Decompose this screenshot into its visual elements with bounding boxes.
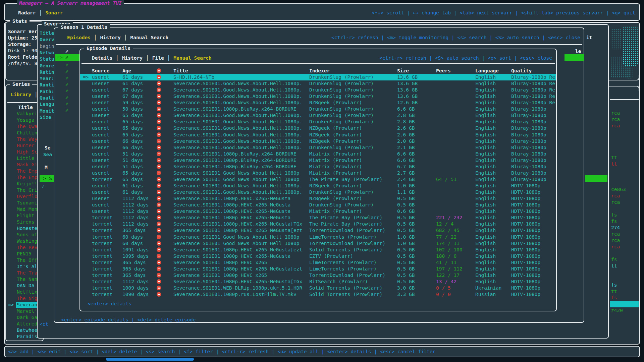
search-result-row[interactable]: torrent1090 daysSeverance.S01E01.1080p.r… [80,291,556,298]
tab-season-history[interactable]: History [100,35,121,40]
search-result-row[interactable]: usenet66 daysSeverance.S01E01.Good.News.… [80,138,556,144]
reject-icon [157,202,161,208]
search-result-row[interactable]: usenet61 daysSeverance.S01E01.Good.News.… [80,80,556,87]
series-item-label: Flight [17,213,34,219]
cell-title: Severance.S01E01.Good.News.About.Hell.10… [173,119,302,125]
search-result-row[interactable]: usenet51 daysSeverance.S01E01.1080p.BluR… [80,157,556,164]
cell-quality: Bluray-1080p Re [511,100,555,106]
selected-season-row-left[interactable]: => S [40,175,56,182]
cell-quality: HDTV-1080p [511,240,540,247]
search-result-row[interactable]: torrent65 daysSeverance S01E01 Good News… [80,176,556,183]
search-result-row[interactable]: usenet1112 daysSeverance.S01E01.1080p.HE… [80,208,556,215]
cell-age: 1112 days [122,195,149,202]
tab-radarr[interactable]: Radarr [18,10,36,15]
cell-title: Severance S01E01 1080p HEVC x265-MeGusta [173,253,290,259]
tab-episodes[interactable]: Episodes [67,35,91,40]
search-result-row[interactable]: =>usenet61 daysS-HD.H.264-NTbDrunkenSlug… [80,74,556,80]
cell-quality: HDTV-1080p [511,215,540,221]
cell-quality: Bluray-1080p [511,119,546,125]
cell-age: 365 days [122,266,146,272]
cell-peers: 197 / 112 [436,266,463,272]
tab-library[interactable]: Library [11,92,31,97]
cell-src: usenet [92,106,109,112]
search-result-row[interactable]: usenet59 daysSeverance.S01E01.Good.News.… [80,100,556,106]
cell-title: Severance.S01E01.Good.News.About.Hell.10… [173,93,302,100]
search-result-row[interactable]: torrent60 daysSeverance S01E01 Good News… [80,234,556,240]
episode-results-rows: =>usenet61 daysS-HD.H.264-NTbDrunkenSlug… [80,74,556,298]
selected-episode-row-left[interactable]: => ✎ [55,54,82,61]
cell-src: usenet [92,132,109,138]
search-result-row[interactable]: torrent1091 daysSeverance.S01E01.1080p.H… [80,247,556,253]
cell-indexer: Miatrix (Prowlarr) [309,151,362,157]
cell-indexer: LimeTorrents (Prowlarr) [309,259,377,266]
search-result-row[interactable]: usenet65 daysSeverance.S01E01.Good.News.… [80,125,556,131]
cell-src: torrent [92,285,112,291]
search-result-row[interactable]: usenet65 daysSeverance S01E01 Good News … [80,170,556,176]
series-field-label: Quali [40,95,54,101]
tab-season-manual-search[interactable]: Manual Search [130,35,168,40]
cell-peers: 122 / 17 [436,272,460,279]
cell-lang: English [475,176,496,183]
cell-lang: English [475,132,496,138]
search-result-row[interactable]: usenet67 daysSeverance.S01E01.Good.News.… [80,93,556,100]
cell-title: Severance S01E01 Good News About Hell 10… [173,170,299,176]
cell-size: 0.5 GB [397,266,415,272]
search-result-row[interactable]: usenet1112 daysSeverance.S01E01.1080p.HE… [80,195,556,202]
library-row-fragment: 274 [611,225,620,231]
cell-title: Severance S01E01 Good News About Hell 10… [173,176,299,183]
search-result-row[interactable]: usenet1112 daysSeverance.S01E01.1080p.HE… [80,202,556,208]
search-result-row[interactable]: torrent1112 daysSeverance S01E01 1080p H… [80,215,556,221]
cell-src: torrent [92,240,112,247]
cell-age: 1112 days [122,215,149,221]
tab-ep-manual-search[interactable]: Manual Search [173,55,212,61]
search-result-row[interactable]: torrent1112 daysSeverance.S01E01.1080p.H… [80,279,556,285]
cell-quality: Bluray-1080p Re [511,87,555,93]
search-result-row[interactable]: usenet66 daysSeverance.S01E01.Good.News.… [80,144,556,151]
cell-age: 1095 days [122,253,149,259]
search-result-row[interactable]: torrent60 daysSeverance S01E01 Good News… [80,240,556,247]
search-result-row[interactable]: usenet65 daysSeverance.S01E01.Good.News.… [80,119,556,125]
cell-size: 0.5 GB [397,221,415,227]
search-result-row[interactable]: torrent1095 daysSeverance S01E01 1080p H… [80,253,556,259]
cell-size: 0.5 GB [397,279,415,285]
search-result-row[interactable]: torrent365 daysSeverance S01E01 1080p HE… [80,259,556,266]
search-result-row[interactable]: torrent365 daysSeverance S01E01 1080p HE… [80,266,556,272]
search-result-row[interactable]: torrent1009 daysSeverance.S01E01.WEB-DLR… [80,285,556,291]
tab-ep-history[interactable]: History [122,55,143,61]
cell-title: Severance.S01E01.Good.News.About.Hell.10… [173,112,302,119]
search-result-row[interactable]: usenet51 daysSeverance.S01E01.1080p.BluR… [80,151,556,157]
seasons-header-fragment: Sea [43,152,52,158]
search-result-row[interactable]: torrent365 daysSeverance S01E01 1080p HE… [80,227,556,234]
series-item-label: Paradis [17,334,37,340]
tab-sonarr[interactable]: Sonarr [45,10,63,15]
cell-age: 365 days [122,259,146,266]
search-result-row[interactable]: usenet61 daysSeverance.S01E01.Good.News.… [80,183,556,189]
cell-age: 61 days [122,183,143,189]
search-result-row[interactable]: usenet61 daysSeverance.S01E01.Good.News.… [80,189,556,195]
cell-lang: English [475,164,496,170]
tab-ep-details[interactable]: Details [92,55,112,61]
tab-ep-file[interactable]: File [152,55,164,61]
series-item-label: Keijo!! [17,181,37,187]
reject-icon [157,227,161,234]
search-result-row[interactable]: torrent1112 daysSeverance.S01E01.1080p.H… [80,221,556,227]
cell-indexer: DrunkenSlug (Prowlarr) [309,87,374,93]
footer-keybinds: <a> add | <e> edit | <o> sort | <del> de… [8,349,436,355]
cell-src: torrent [92,227,112,234]
search-result-row[interactable]: usenet67 daysSeverance.S01E01.Good.News.… [80,87,556,93]
cell-src: torrent [92,234,112,240]
horizontal-scrollbar-thumb[interactable] [106,358,194,361]
search-result-row[interactable]: usenet51 daysSeverance.S01E01.1080p.BluR… [80,164,556,170]
series-window-keybind-fragment: <ct [40,321,48,327]
search-result-row[interactable]: usenet50 daysSeverance.S01E01.1080p.BluR… [80,106,556,112]
search-result-row[interactable]: torrent365 daysSeverance S01E01 1080p HE… [80,272,556,279]
cell-quality: HDTV-1080p [511,247,540,253]
cell-age: 61 days [122,80,143,87]
cell-age: 66 days [122,138,143,144]
episode-details-keybinds: <ctrl-r> refresh | <S> auto search | <o>… [379,55,552,61]
series-item-label: Netflix [17,289,37,295]
cell-src: usenet [92,119,109,125]
search-result-row[interactable]: usenet65 daysSeverance.S01E01.Good.News.… [80,132,556,138]
search-result-row[interactable]: usenet65 daysSeverance.S01E01.Good.News.… [80,112,556,119]
cell-size: 13.6 GB [397,80,418,87]
